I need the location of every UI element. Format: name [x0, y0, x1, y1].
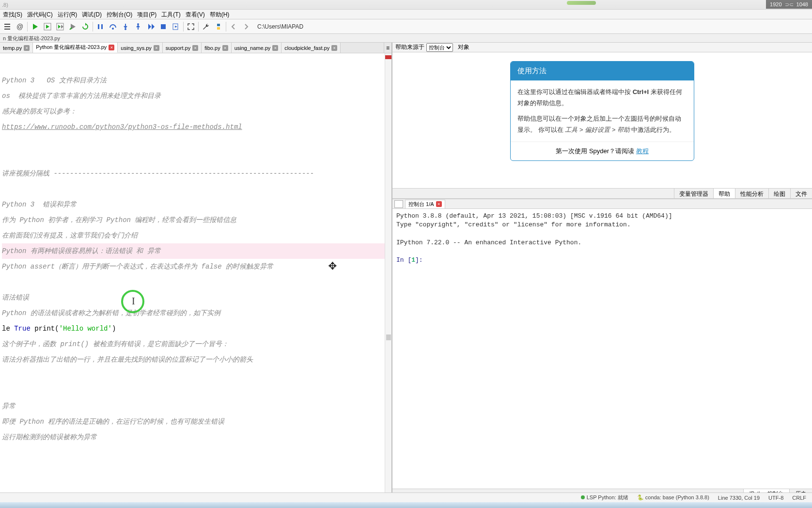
stop-icon[interactable] [158, 21, 169, 32]
tab-label: Python 量化编程基础-2023.py [36, 44, 107, 51]
run-selection-icon[interactable] [67, 21, 78, 32]
code-line: 感兴趣的朋友可以参考： [2, 104, 390, 119]
menu-debug[interactable]: 调试(D) [82, 11, 102, 18]
console-output[interactable]: Python 3.8.8 (default, Apr 13 2021, 15:0… [392, 209, 812, 489]
tab-support[interactable]: support.py × [163, 43, 202, 53]
tab-label: using_name.py [234, 45, 271, 51]
tab-main-active[interactable]: Python 量化编程基础-2023.py × [33, 43, 118, 53]
code-line: Python 的语法错误或者称之为解析错，是初学者经常碰到的，如下实例 [2, 305, 390, 321]
console-tab[interactable]: 控制台 1/A × [405, 200, 445, 208]
code-editor[interactable]: Python 3 OS 文件和目录方法 os 模块提供了非常丰富的方法用来处理文… [0, 53, 391, 498]
wrench-icon[interactable] [201, 21, 211, 32]
scroll-thumb[interactable] [386, 334, 391, 340]
os-taskbar[interactable] [0, 502, 812, 508]
menu-bar: 查找(S) 源代码(C) 运行(R) 调试(D) 控制台(O) 项目(P) 工具… [0, 10, 812, 19]
maximize-icon[interactable] [186, 21, 196, 32]
code-line [2, 150, 390, 166]
svg-rect-2 [98, 24, 99, 29]
editor-scrollbar[interactable] [385, 53, 391, 498]
tab-cloudpickle[interactable]: cloudpickle_fast.py × [281, 43, 341, 53]
close-icon[interactable]: × [24, 45, 30, 51]
console-browse-icon[interactable] [394, 200, 403, 208]
scroll-error-mark [385, 55, 391, 59]
menu-run[interactable]: 运行(R) [58, 11, 78, 18]
toolbar: @ C:\Users\MIAPAD [0, 19, 812, 34]
menu-tools[interactable]: 工具(T) [161, 11, 180, 18]
close-icon[interactable]: × [331, 45, 337, 51]
tab-label: cloudpickle_fast.py [284, 45, 329, 51]
tutorial-link[interactable]: 教程 [636, 147, 649, 155]
run-cell-advance-icon[interactable] [55, 21, 65, 32]
step-over-icon[interactable] [108, 21, 118, 32]
editor-tabs: temp.py × Python 量化编程基础-2023.py × using_… [0, 43, 391, 53]
debug-pause-icon[interactable] [95, 21, 106, 32]
status-dot-icon [581, 495, 585, 499]
status-encoding: UTF-8 [768, 495, 783, 501]
close-icon[interactable]: × [109, 45, 114, 50]
status-line-col: Line 7330, Col 19 [718, 495, 760, 501]
help-card-body: 在这里你可以通过在编辑器或者终端中按 Ctrl+I 来获得任何对象的帮助信息。 … [511, 80, 694, 142]
menu-view[interactable]: 查看(V) [186, 11, 205, 18]
menu-help[interactable]: 帮助(H) [210, 11, 230, 18]
rerun-icon[interactable] [80, 21, 91, 32]
menu-console[interactable]: 控制台(O) [107, 11, 132, 18]
file-path-text: n 量化编程基础-2023.py [3, 35, 60, 41]
code-line: 这个例子中，函数 print() 被检查到有错误，是它前面缺少了一个冒号： [2, 336, 390, 352]
code-line: Python assert（断言）用于判断一个表达式，在表达式条件为 false… [2, 259, 390, 274]
close-icon[interactable]: × [272, 45, 278, 51]
back-arrow-icon[interactable] [228, 21, 239, 32]
run-cell-icon[interactable] [42, 21, 53, 32]
help-card: 使用方法 在这里你可以通过在编辑器或者终端中按 Ctrl+I 来获得任何对象的帮… [510, 61, 694, 161]
code-line: 作为 Python 初学者，在刚学习 Python 编程时，经常会看到一些报错信… [2, 212, 390, 228]
step-into-icon[interactable] [120, 21, 131, 32]
code-line: Python 3 错误和异常 [2, 197, 390, 212]
tab-fibo[interactable]: fibo.py × [202, 43, 231, 53]
forward-arrow-icon[interactable] [241, 21, 251, 32]
code-line [2, 367, 390, 383]
window-titlebar: .8) [0, 0, 812, 10]
svg-point-4 [112, 28, 114, 30]
python-icon[interactable] [213, 21, 224, 32]
menu-source[interactable]: 源代码(C) [27, 11, 53, 18]
tab-variable-explorer[interactable]: 变量管理器 [674, 189, 713, 198]
code-line: 讲座视频分隔线 --------------------------------… [2, 166, 390, 181]
close-icon[interactable]: × [154, 45, 159, 51]
help-panel: 使用方法 在这里你可以通过在编辑器或者终端中按 Ctrl+I 来获得任何对象的帮… [392, 52, 812, 188]
list-icon[interactable] [2, 21, 13, 32]
close-icon[interactable]: × [222, 45, 228, 51]
tab-using-sys[interactable]: using_sys.py × [118, 43, 163, 53]
console-pane: 控制台 1/A × Python 3.8.8 (default, Apr 13 … [392, 199, 812, 498]
tab-files[interactable]: 文件 [790, 189, 812, 198]
file-path-bar: n 量化编程基础-2023.py [0, 34, 812, 43]
continue-icon[interactable] [145, 21, 156, 32]
code-line [2, 274, 390, 290]
help-source-select[interactable]: 控制台 [426, 43, 453, 52]
tab-label: fibo.py [204, 45, 220, 51]
code-line: 即便 Python 程序的语法是正确的，在运行它的时候，也有可能发生错误 [2, 414, 390, 429]
tab-profiler[interactable]: 性能分析 [735, 189, 768, 198]
svg-point-5 [125, 28, 126, 30]
editor-pane: temp.py × Python 量化编程基础-2023.py × using_… [0, 43, 392, 498]
status-bar: LSP Python: 就绪 🐍 conda: base (Python 3.8… [0, 492, 812, 502]
code-line: 运行期检测到的错误被称为异常 [2, 429, 390, 445]
at-icon[interactable]: @ [15, 21, 25, 32]
code-line: Python 3 OS 文件和目录方法 [2, 73, 390, 88]
run-icon[interactable] [30, 21, 40, 32]
tab-using-name[interactable]: using_name.py × [232, 43, 282, 53]
code-line: le True print('Hello world') [2, 321, 390, 336]
help-source-label: 帮助来源于 [395, 43, 424, 51]
step-out-icon[interactable] [133, 21, 143, 32]
tab-help[interactable]: 帮助 [713, 189, 735, 198]
menu-project[interactable]: 项目(P) [137, 11, 156, 18]
code-line [2, 383, 390, 398]
code-line: os 模块提供了非常丰富的方法用来处理文件和目录 [2, 88, 390, 104]
tabs-overflow-icon[interactable]: ≡ [384, 43, 391, 53]
menu-search[interactable]: 查找(S) [3, 11, 22, 18]
close-icon[interactable]: × [436, 201, 442, 207]
close-icon[interactable]: × [192, 45, 198, 51]
code-line-highlighted: Python 有两种错误很容易辨认：语法错误 和 异常 [2, 243, 390, 259]
tab-temp[interactable]: temp.py × [0, 43, 33, 53]
title-text: .8) [2, 2, 8, 8]
debug-file-icon[interactable] [171, 21, 181, 32]
tab-plots[interactable]: 绘图 [768, 189, 790, 198]
